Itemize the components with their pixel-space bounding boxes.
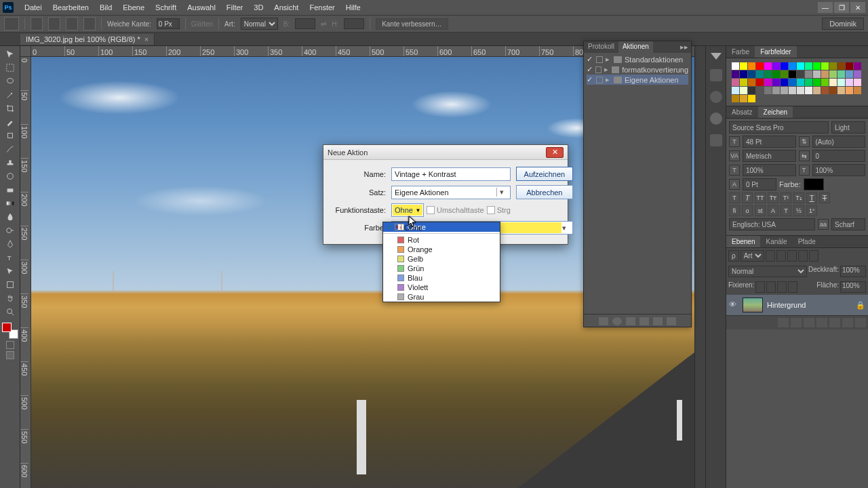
swatch[interactable] — [732, 87, 739, 94]
maximize-button[interactable]: ❐ — [834, 2, 849, 13]
opacity-input[interactable]: 100% — [840, 266, 866, 277]
dialog-titlebar[interactable]: Neue Aktion ✕ — [323, 145, 568, 160]
dropdown-item-violett[interactable]: Violett — [383, 283, 500, 292]
font-weight-select[interactable]: Light — [831, 121, 865, 134]
swatch[interactable] — [829, 79, 837, 86]
lock-pixels-icon[interactable] — [766, 281, 776, 293]
tool-preset-icon[interactable] — [4, 17, 19, 30]
swatch[interactable] — [772, 62, 780, 70]
lock-trans-icon[interactable] — [755, 281, 765, 293]
stamp-tool[interactable] — [2, 156, 18, 169]
tab-protokoll[interactable]: Protokoll — [584, 41, 618, 53]
filter-smart-icon[interactable] — [809, 250, 818, 262]
swatch[interactable] — [854, 79, 861, 86]
tab-ebenen[interactable]: Ebenen — [726, 236, 760, 247]
ruler-vertical[interactable]: 050100150200250300350400450500550600 — [20, 57, 31, 488]
dropdown-item-rot[interactable]: Rot — [383, 235, 500, 245]
swatch[interactable] — [740, 95, 747, 102]
swatch[interactable] — [756, 62, 764, 70]
swatch[interactable] — [854, 87, 861, 94]
menu-bearbeiten[interactable]: Bearbeiten — [47, 1, 94, 14]
pen-tool[interactable] — [2, 237, 18, 250]
1st-button[interactable]: 1ˢ — [806, 205, 817, 216]
play-icon[interactable] — [711, 53, 722, 60]
filter-kind-select[interactable]: Art — [741, 250, 764, 262]
text-color-swatch[interactable] — [804, 178, 824, 190]
refine-edge-button[interactable]: Kante verbessern… — [376, 18, 448, 30]
fx-icon[interactable] — [791, 318, 802, 327]
eraser-tool[interactable] — [2, 183, 18, 196]
close-icon[interactable]: × — [144, 35, 149, 43]
path-select-tool[interactable] — [2, 264, 18, 277]
filter-type-icon[interactable] — [787, 250, 797, 262]
swatch[interactable] — [781, 70, 788, 78]
swatch[interactable] — [781, 79, 788, 86]
kerning-input[interactable]: Metrisch — [743, 150, 796, 162]
stylistic-button[interactable]: st — [755, 205, 766, 216]
dropdown-item-grün[interactable]: Grün — [383, 264, 500, 273]
play-action-icon[interactable] — [626, 317, 635, 325]
cancel-button[interactable]: Abbrechen — [516, 185, 573, 199]
ruler-origin[interactable] — [20, 46, 31, 57]
swatch[interactable] — [756, 87, 764, 94]
feather-input[interactable] — [157, 18, 180, 29]
swatch[interactable] — [797, 79, 804, 86]
swatch[interactable] — [821, 62, 829, 70]
swatch[interactable] — [846, 62, 853, 70]
swatch[interactable] — [789, 87, 796, 94]
swatch[interactable] — [846, 79, 853, 86]
antialias-checkbox-label[interactable]: Glätten — [191, 20, 213, 28]
properties-icon[interactable] — [710, 134, 722, 146]
tab-zeichen[interactable]: Zeichen — [758, 106, 793, 118]
hscale-input[interactable]: 100% — [812, 164, 866, 176]
filter-shape-icon[interactable] — [798, 250, 808, 262]
adjustment-icon[interactable] — [816, 318, 827, 327]
swatch[interactable] — [854, 62, 861, 70]
style-select[interactable]: Normal — [241, 18, 278, 30]
swatch[interactable] — [748, 79, 755, 86]
swatch[interactable] — [821, 87, 829, 94]
tab-farbfelder[interactable]: Farbfelder — [755, 46, 797, 58]
swatch[interactable] — [829, 62, 837, 70]
swatch[interactable] — [748, 62, 755, 70]
dodge-tool[interactable] — [2, 224, 18, 237]
tracking-input[interactable]: 0 — [812, 150, 866, 162]
italic-button[interactable]: T — [742, 192, 753, 203]
selection-new-icon[interactable] — [31, 17, 43, 30]
filter-adjust-icon[interactable] — [776, 250, 786, 262]
swatch[interactable] — [789, 70, 796, 78]
filter-kind-icon[interactable]: ρ — [728, 250, 739, 262]
swatch[interactable] — [764, 79, 772, 86]
new-action-icon[interactable] — [653, 317, 663, 325]
mask-icon[interactable] — [804, 318, 814, 327]
lasso-tool[interactable] — [2, 75, 18, 87]
action-set-row[interactable]: ✓▸Eigene Aktionen — [587, 75, 688, 85]
swatch[interactable] — [813, 79, 821, 86]
panel-menu-icon[interactable]: ▸▸ — [677, 41, 691, 53]
filter-pixel-icon[interactable] — [766, 250, 775, 262]
leading-input[interactable]: (Auto) — [812, 136, 866, 148]
swatch[interactable] — [805, 62, 812, 70]
menu-auswahl[interactable]: Auswahl — [182, 1, 221, 14]
delete-layer-icon[interactable] — [855, 318, 866, 327]
name-input[interactable] — [391, 167, 511, 181]
record-icon[interactable] — [612, 317, 622, 325]
swatch[interactable] — [813, 62, 821, 70]
bold-button[interactable]: T — [729, 192, 740, 203]
dropdown-item-orange[interactable]: Orange — [383, 245, 500, 254]
swatch[interactable] — [821, 79, 829, 86]
scrollbar-vertical[interactable] — [694, 46, 705, 488]
swatch[interactable] — [789, 62, 796, 70]
fractions-button[interactable]: ½ — [793, 205, 804, 216]
gradient-tool[interactable] — [2, 197, 18, 209]
swatch[interactable] — [732, 62, 739, 70]
brush-tool[interactable] — [2, 142, 18, 155]
tab-pfade[interactable]: Pfade — [793, 236, 821, 247]
swatch[interactable] — [837, 79, 845, 86]
swatch[interactable] — [837, 70, 845, 78]
history-brush-tool[interactable] — [2, 169, 18, 182]
lock-all-icon[interactable] — [788, 281, 797, 293]
selection-intersect-icon[interactable] — [83, 17, 96, 30]
tab-absatz[interactable]: Absatz — [726, 106, 758, 118]
smallcaps-button[interactable]: Tᴛ — [768, 192, 778, 203]
